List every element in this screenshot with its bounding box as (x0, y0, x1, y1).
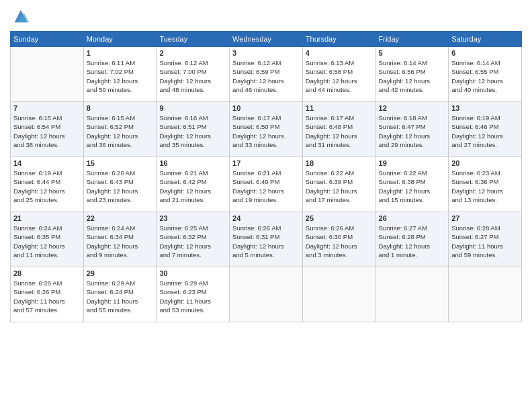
calendar-cell: 17Sunrise: 6:21 AM Sunset: 6:40 PM Dayli… (230, 157, 303, 212)
day-info: Sunrise: 6:24 AM Sunset: 6:35 PM Dayligh… (13, 224, 81, 259)
calendar-week-2: 7Sunrise: 6:15 AM Sunset: 6:54 PM Daylig… (11, 102, 522, 157)
day-info: Sunrise: 6:27 AM Sunset: 6:28 PM Dayligh… (379, 224, 446, 259)
calendar-cell: 4Sunrise: 6:13 AM Sunset: 6:58 PM Daylig… (302, 47, 375, 102)
header-wednesday: Wednesday (230, 32, 303, 47)
day-info: Sunrise: 6:12 AM Sunset: 7:00 PM Dayligh… (159, 58, 226, 94)
header-friday: Friday (375, 32, 449, 47)
day-info: Sunrise: 6:28 AM Sunset: 6:27 PM Dayligh… (451, 224, 519, 259)
day-number: 7 (13, 104, 81, 112)
day-number: 18 (306, 159, 373, 167)
calendar-cell: 12Sunrise: 6:18 AM Sunset: 6:47 PM Dayli… (375, 102, 449, 157)
day-info: Sunrise: 6:22 AM Sunset: 6:39 PM Dayligh… (306, 169, 373, 204)
calendar-cell (375, 267, 449, 322)
calendar-cell: 26Sunrise: 6:27 AM Sunset: 6:28 PM Dayli… (375, 212, 449, 267)
day-info: Sunrise: 6:15 AM Sunset: 6:52 PM Dayligh… (87, 113, 154, 149)
calendar-header-row: SundayMondayTuesdayWednesdayThursdayFrid… (11, 32, 522, 47)
day-info: Sunrise: 6:25 AM Sunset: 6:32 PM Dayligh… (159, 224, 226, 259)
day-number: 25 (306, 214, 373, 222)
calendar-cell: 18Sunrise: 6:22 AM Sunset: 6:39 PM Dayli… (302, 157, 375, 212)
day-number: 5 (379, 49, 446, 57)
header-sunday: Sunday (11, 32, 84, 47)
calendar-cell (449, 267, 522, 322)
day-number: 22 (87, 214, 154, 222)
day-info: Sunrise: 6:19 AM Sunset: 6:44 PM Dayligh… (13, 169, 81, 204)
day-info: Sunrise: 6:22 AM Sunset: 6:38 PM Dayligh… (379, 169, 446, 204)
calendar-week-3: 14Sunrise: 6:19 AM Sunset: 6:44 PM Dayli… (11, 157, 522, 212)
calendar-cell (302, 267, 375, 322)
logo-icon (11, 7, 30, 26)
calendar-cell: 11Sunrise: 6:17 AM Sunset: 6:48 PM Dayli… (302, 102, 375, 157)
calendar-cell: 1Sunrise: 6:11 AM Sunset: 7:02 PM Daylig… (83, 47, 157, 102)
day-info: Sunrise: 6:19 AM Sunset: 6:46 PM Dayligh… (451, 113, 519, 149)
calendar-cell: 22Sunrise: 6:24 AM Sunset: 6:34 PM Dayli… (83, 212, 157, 267)
day-number: 14 (13, 159, 81, 167)
calendar-cell: 10Sunrise: 6:17 AM Sunset: 6:50 PM Dayli… (230, 102, 303, 157)
day-info: Sunrise: 6:24 AM Sunset: 6:34 PM Dayligh… (87, 224, 154, 259)
day-number: 3 (232, 49, 300, 57)
calendar-cell (230, 267, 303, 322)
calendar-cell: 27Sunrise: 6:28 AM Sunset: 6:27 PM Dayli… (449, 212, 522, 267)
day-info: Sunrise: 6:14 AM Sunset: 6:56 PM Dayligh… (379, 58, 446, 94)
day-number: 10 (232, 104, 300, 112)
calendar-cell: 8Sunrise: 6:15 AM Sunset: 6:52 PM Daylig… (83, 102, 157, 157)
day-number: 15 (87, 159, 154, 167)
day-number: 2 (159, 49, 226, 57)
day-number: 1 (87, 49, 154, 57)
day-info: Sunrise: 6:13 AM Sunset: 6:58 PM Dayligh… (306, 58, 373, 94)
day-info: Sunrise: 6:17 AM Sunset: 6:50 PM Dayligh… (232, 113, 300, 149)
calendar-cell (11, 47, 84, 102)
day-info: Sunrise: 6:26 AM Sunset: 6:31 PM Dayligh… (232, 224, 300, 259)
header-tuesday: Tuesday (157, 32, 230, 47)
calendar: SundayMondayTuesdayWednesdayThursdayFrid… (10, 31, 522, 322)
calendar-cell: 21Sunrise: 6:24 AM Sunset: 6:35 PM Dayli… (11, 212, 84, 267)
day-info: Sunrise: 6:17 AM Sunset: 6:48 PM Dayligh… (306, 113, 373, 149)
calendar-cell: 9Sunrise: 6:16 AM Sunset: 6:51 PM Daylig… (157, 102, 230, 157)
day-info: Sunrise: 6:18 AM Sunset: 6:47 PM Dayligh… (379, 113, 446, 149)
calendar-cell: 5Sunrise: 6:14 AM Sunset: 6:56 PM Daylig… (375, 47, 449, 102)
calendar-cell: 16Sunrise: 6:21 AM Sunset: 6:42 PM Dayli… (157, 157, 230, 212)
day-info: Sunrise: 6:20 AM Sunset: 6:43 PM Dayligh… (87, 169, 154, 204)
calendar-week-4: 21Sunrise: 6:24 AM Sunset: 6:35 PM Dayli… (11, 212, 522, 267)
day-info: Sunrise: 6:28 AM Sunset: 6:26 PM Dayligh… (13, 279, 81, 314)
calendar-cell: 30Sunrise: 6:29 AM Sunset: 6:23 PM Dayli… (157, 267, 230, 322)
day-info: Sunrise: 6:12 AM Sunset: 6:59 PM Dayligh… (232, 58, 300, 94)
calendar-cell: 28Sunrise: 6:28 AM Sunset: 6:26 PM Dayli… (11, 267, 84, 322)
calendar-cell: 19Sunrise: 6:22 AM Sunset: 6:38 PM Dayli… (375, 157, 449, 212)
logo (10, 7, 30, 26)
calendar-cell: 13Sunrise: 6:19 AM Sunset: 6:46 PM Dayli… (449, 102, 522, 157)
day-info: Sunrise: 6:21 AM Sunset: 6:42 PM Dayligh… (159, 169, 226, 204)
calendar-cell: 20Sunrise: 6:23 AM Sunset: 6:36 PM Dayli… (449, 157, 522, 212)
calendar-cell: 14Sunrise: 6:19 AM Sunset: 6:44 PM Dayli… (11, 157, 84, 212)
day-number: 20 (451, 159, 519, 167)
day-number: 28 (13, 269, 81, 277)
calendar-cell: 15Sunrise: 6:20 AM Sunset: 6:43 PM Dayli… (83, 157, 157, 212)
day-number: 11 (306, 104, 373, 112)
day-number: 26 (379, 214, 446, 222)
calendar-cell: 29Sunrise: 6:29 AM Sunset: 6:24 PM Dayli… (83, 267, 157, 322)
day-number: 23 (159, 214, 226, 222)
calendar-cell: 24Sunrise: 6:26 AM Sunset: 6:31 PM Dayli… (230, 212, 303, 267)
day-number: 17 (232, 159, 300, 167)
header-thursday: Thursday (302, 32, 375, 47)
day-number: 29 (87, 269, 154, 277)
header (10, 7, 522, 26)
calendar-cell: 25Sunrise: 6:26 AM Sunset: 6:30 PM Dayli… (302, 212, 375, 267)
calendar-cell: 2Sunrise: 6:12 AM Sunset: 7:00 PM Daylig… (157, 47, 230, 102)
day-info: Sunrise: 6:26 AM Sunset: 6:30 PM Dayligh… (306, 224, 373, 259)
header-monday: Monday (83, 32, 157, 47)
day-number: 6 (451, 49, 519, 57)
day-number: 30 (159, 269, 226, 277)
day-number: 13 (451, 104, 519, 112)
day-number: 16 (159, 159, 226, 167)
day-info: Sunrise: 6:11 AM Sunset: 7:02 PM Dayligh… (87, 58, 154, 94)
calendar-cell: 7Sunrise: 6:15 AM Sunset: 6:54 PM Daylig… (11, 102, 84, 157)
day-info: Sunrise: 6:29 AM Sunset: 6:24 PM Dayligh… (87, 279, 154, 314)
page: SundayMondayTuesdayWednesdayThursdayFrid… (0, 0, 532, 411)
day-info: Sunrise: 6:29 AM Sunset: 6:23 PM Dayligh… (159, 279, 226, 314)
calendar-week-5: 28Sunrise: 6:28 AM Sunset: 6:26 PM Dayli… (11, 267, 522, 322)
day-number: 21 (13, 214, 81, 222)
day-info: Sunrise: 6:21 AM Sunset: 6:40 PM Dayligh… (232, 169, 300, 204)
day-info: Sunrise: 6:23 AM Sunset: 6:36 PM Dayligh… (451, 169, 519, 204)
day-number: 4 (306, 49, 373, 57)
day-number: 12 (379, 104, 446, 112)
